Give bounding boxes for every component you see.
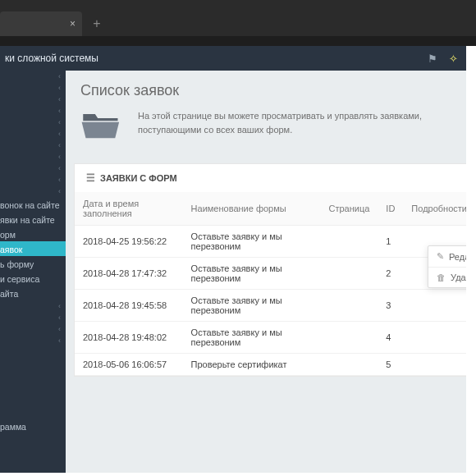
browser-tab-strip: × + [0, 0, 476, 36]
sidebar-item-active[interactable]: аявок [0, 241, 66, 256]
sidebar-item[interactable]: вонок на сайте [0, 197, 66, 212]
chevron-left-icon[interactable]: ‹ [58, 187, 61, 195]
sidebar-footer-item[interactable]: рамма [0, 419, 66, 433]
sidebar-item[interactable]: орм [0, 227, 66, 241]
requests-panel: ☰ ЗАЯВКИ С ФОРМ Дата и время заполнения … [74, 163, 476, 377]
list-icon: ☰ [86, 172, 95, 184]
chevron-left-icon[interactable]: ‹ [58, 72, 61, 80]
cell-datetime: 2018-04-25 19:56:22 [75, 226, 183, 258]
cell-page [321, 354, 378, 376]
chevron-left-icon[interactable]: ‹ [58, 325, 61, 333]
window-edge [466, 46, 476, 473]
panel-title: ЗАЯВКИ С ФОРМ [100, 173, 177, 183]
flag-icon[interactable]: ⚑ [428, 53, 437, 65]
page-title: Список заявок [66, 71, 476, 104]
cell-page [321, 290, 378, 322]
cell-form_name: Оставьте заявку и мы перезвоним [183, 322, 321, 354]
bulb-icon[interactable]: ✧ [449, 53, 458, 65]
chevron-left-icon[interactable]: ‹ [58, 153, 61, 161]
table-row[interactable]: 2018-04-28 19:45:58Оставьте заявку и мы … [75, 290, 475, 322]
chevron-left-icon[interactable]: ‹ [58, 336, 61, 345]
trash-icon: 🗑 [437, 272, 446, 282]
cell-id: 2 [378, 258, 403, 290]
cell-datetime: 2018-04-28 19:48:02 [75, 322, 183, 354]
window-edge [0, 473, 476, 476]
cell-form_name: Оставьте заявку и мы перезвоним [183, 258, 321, 290]
chevron-left-icon[interactable]: ‹ [58, 84, 61, 92]
cell-page [321, 258, 378, 290]
table-row[interactable]: 2018-05-06 16:06:57Проверьте сертификат5 [75, 354, 475, 376]
sidebar-item[interactable]: явки на сайте [0, 212, 66, 227]
sidebar-item[interactable]: ь форму [0, 256, 66, 271]
cell-form_name: Проверьте сертификат [183, 354, 321, 376]
new-tab-button[interactable]: + [85, 12, 108, 35]
cell-details[interactable] [403, 354, 475, 376]
chevron-left-icon[interactable]: ‹ [58, 314, 61, 322]
browser-urlbar[interactable] [0, 36, 476, 46]
sidebar-item[interactable]: айта [0, 286, 66, 300]
cell-datetime: 2018-05-06 16:06:57 [75, 354, 183, 376]
cell-form_name: Оставьте заявку и мы перезвоним [183, 290, 321, 322]
cell-form_name: Оставьте заявку и мы перезвоним [183, 226, 321, 258]
chevron-left-icon[interactable]: ‹ [58, 95, 61, 103]
cell-details[interactable] [403, 290, 475, 322]
chevron-left-icon[interactable]: ‹ [58, 176, 61, 184]
folder-open-icon [80, 108, 123, 145]
table-row[interactable]: 2018-04-25 19:56:22Оставьте заявку и мы … [75, 226, 475, 258]
cell-page [321, 226, 378, 258]
col-id[interactable]: ID [378, 192, 403, 226]
col-datetime[interactable]: Дата и время заполнения [75, 192, 183, 226]
cell-details[interactable] [403, 322, 475, 354]
cell-datetime: 2018-04-28 17:47:32 [75, 258, 183, 290]
chevron-left-icon[interactable]: ‹ [58, 141, 61, 149]
col-details[interactable]: Подробности [403, 192, 475, 226]
cell-datetime: 2018-04-28 19:45:58 [75, 290, 183, 322]
requests-table: Дата и время заполнения Наименование фор… [75, 192, 475, 376]
cell-id: 5 [378, 354, 403, 376]
cell-id: 4 [378, 322, 403, 354]
table-row[interactable]: 2018-04-28 17:47:32Оставьте заявку и мы … [75, 258, 475, 290]
browser-tab[interactable]: × [0, 11, 82, 36]
chevron-left-icon[interactable]: ‹ [58, 130, 61, 138]
chevron-left-icon[interactable]: ‹ [58, 302, 61, 310]
chevron-left-icon[interactable]: ‹ [58, 107, 61, 115]
col-form-name[interactable]: Наименование формы [183, 192, 321, 226]
chevron-left-icon[interactable]: ‹ [58, 164, 61, 172]
sidebar-item[interactable]: и сервиса [0, 271, 66, 286]
cell-id: 3 [378, 290, 403, 322]
table-row[interactable]: 2018-04-28 19:48:02Оставьте заявку и мы … [75, 322, 475, 354]
cell-page [321, 322, 378, 354]
breadcrumb: ки сложной системы [5, 53, 98, 64]
pencil-icon: ✎ [437, 251, 444, 262]
main-content: Список заявок На этой странице вы можете… [66, 46, 476, 476]
close-icon[interactable]: × [70, 18, 76, 30]
app-header: ки сложной системы ⚑ ✧ [0, 46, 466, 71]
chevron-left-icon[interactable]: ‹ [58, 118, 61, 126]
page-description: На этой странице вы можете просматривать… [138, 108, 461, 136]
sidebar: ‹ ‹ ‹ ‹ ‹ ‹ ‹ ‹ ‹ ‹ ‹ вонок на сайте явк… [0, 46, 66, 476]
col-page[interactable]: Страница [321, 192, 378, 226]
cell-id: 1 [378, 226, 403, 258]
